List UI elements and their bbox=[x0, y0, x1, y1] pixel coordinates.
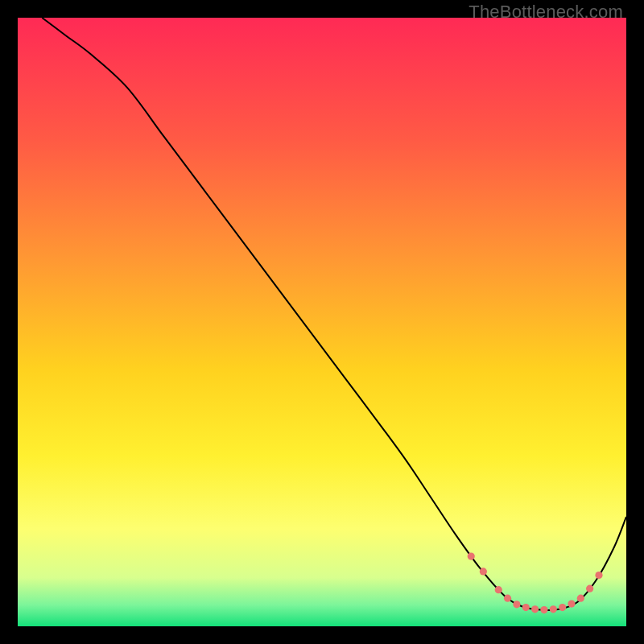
highlight-dot bbox=[577, 595, 584, 602]
highlight-dot bbox=[468, 552, 475, 559]
highlight-dot bbox=[495, 586, 502, 593]
highlight-dot bbox=[568, 600, 575, 607]
highlight-dot bbox=[595, 572, 602, 579]
gradient-background bbox=[18, 18, 626, 626]
bottleneck-chart bbox=[18, 18, 626, 626]
highlight-dot bbox=[513, 601, 520, 608]
highlight-dot bbox=[550, 605, 557, 613]
highlight-dot bbox=[586, 585, 593, 592]
watermark-text: TheBottleneck.com bbox=[469, 2, 623, 23]
highlight-dot bbox=[540, 606, 547, 613]
highlight-dot bbox=[480, 568, 487, 575]
chart-frame bbox=[18, 18, 626, 626]
highlight-dot bbox=[522, 604, 530, 611]
highlight-dot bbox=[504, 595, 511, 602]
highlight-dot bbox=[559, 604, 566, 611]
highlight-dot bbox=[531, 605, 539, 613]
